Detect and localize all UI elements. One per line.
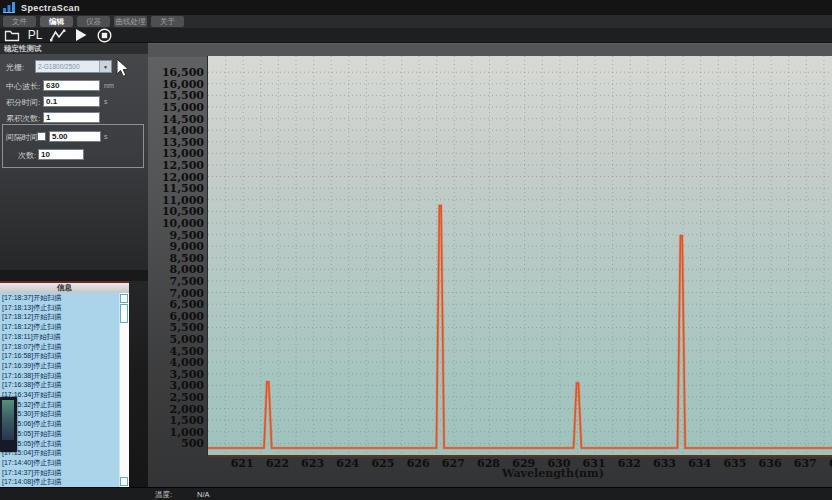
log-entry: [17:15:32]停止扫描 xyxy=(0,400,119,410)
spectrascan-window: SpectraScan 文件编辑仪器曲线处理关于 PL xyxy=(0,0,832,500)
menu-item-2[interactable]: 仪器 xyxy=(77,16,110,27)
interval-checkbox[interactable] xyxy=(37,132,46,141)
start-scan-button[interactable] xyxy=(72,28,90,43)
log-entry: [17:18:11]开始扫描 xyxy=(0,332,119,342)
play-icon xyxy=(74,28,88,42)
scroll-down-button[interactable] xyxy=(120,477,128,486)
overlay-thumbnail xyxy=(0,397,17,452)
menu-item-3[interactable]: 曲线处理 xyxy=(114,16,147,27)
log-entry: [17:15:06]停止扫描 xyxy=(0,419,119,429)
log-entry: [17:15:05]停止扫描 xyxy=(0,439,119,449)
chart-panel: 5001,0001,5002,0002,5003,0003,5004,0004,… xyxy=(148,43,832,487)
log-entry: [17:18:37]开始扫描 xyxy=(0,293,119,303)
x-tick-label: 634 xyxy=(682,457,718,470)
log-entry: [17:16:39]停止扫描 xyxy=(0,361,119,371)
y-tick-label: 500 xyxy=(148,437,204,450)
menu-item-0[interactable]: 文件 xyxy=(3,16,36,27)
menu-item-4[interactable]: 关于 xyxy=(151,16,184,27)
accumulation-count-field[interactable] xyxy=(43,112,100,123)
log-entry: [17:18:12]停止扫描 xyxy=(0,322,119,332)
stop-icon xyxy=(97,28,112,43)
integration-time-label: 积分时间: xyxy=(6,97,40,108)
x-tick-label: 633 xyxy=(646,457,682,470)
y-tick-label: 3,500 xyxy=(148,368,204,381)
menu-item-1[interactable]: 编辑 xyxy=(40,16,73,27)
spectrum-plot[interactable] xyxy=(207,56,832,457)
y-tick-label: 2,500 xyxy=(148,391,204,404)
log-entry: [17:14:40]停止扫描 xyxy=(0,458,119,468)
log-entry: [17:14:08]停止扫描 xyxy=(0,477,119,487)
x-tick-label: 626 xyxy=(400,457,436,470)
y-tick-label: 6,000 xyxy=(148,310,204,323)
y-tick-label: 4,500 xyxy=(148,345,204,358)
panel-title: 稳定性测试 xyxy=(4,44,42,54)
scroll-up-button[interactable] xyxy=(120,294,128,303)
pl-text-icon: PL xyxy=(28,28,43,42)
y-tick-label: 6,500 xyxy=(148,298,204,311)
y-tick-label: 2,000 xyxy=(148,403,204,416)
grating-label: 光栅: xyxy=(6,62,24,73)
open-folder-button[interactable] xyxy=(3,28,21,43)
y-tick-label: 10,500 xyxy=(148,205,204,218)
stop-scan-button[interactable] xyxy=(95,28,113,43)
y-tick-label: 12,500 xyxy=(148,159,204,172)
temperature-label: 温度: xyxy=(155,490,172,500)
curve-button[interactable] xyxy=(49,28,67,43)
log-entry: [17:16:58]开始扫描 xyxy=(0,351,119,361)
grating-value: 2-G1800/2500 xyxy=(36,63,99,70)
x-tick-label: 623 xyxy=(295,457,331,470)
accumulation-count-label: 累积次数: xyxy=(6,113,40,124)
overlay-thumbnail-image xyxy=(2,400,14,440)
y-tick-label: 3,000 xyxy=(148,379,204,392)
times-label: 次数: xyxy=(18,150,36,161)
integration-time-unit: s xyxy=(104,98,108,105)
center-wavelength-label: 中心波长: xyxy=(6,81,40,92)
y-tick-label: 16,000 xyxy=(148,78,204,91)
message-header-label: 信息 xyxy=(57,283,72,293)
toolbar: PL xyxy=(0,28,832,43)
chevron-down-icon[interactable]: ▼ xyxy=(99,61,111,72)
spectrum-svg xyxy=(208,56,832,455)
titlebar: SpectraScan xyxy=(0,0,832,15)
y-tick-label: 7,500 xyxy=(148,275,204,288)
y-tick-label: 5,000 xyxy=(148,333,204,346)
log-entry: [17:18:13]停止扫描 xyxy=(0,303,119,313)
y-tick-label: 5,500 xyxy=(148,321,204,334)
y-tick-label: 13,500 xyxy=(148,136,204,149)
interval-time-field[interactable] xyxy=(49,131,101,142)
x-tick-label: 635 xyxy=(717,457,753,470)
y-tick-label: 9,500 xyxy=(148,229,204,242)
y-tick-label: 11,500 xyxy=(148,182,204,195)
y-tick-label: 14,000 xyxy=(148,124,204,137)
y-tick-label: 15,500 xyxy=(148,89,204,102)
x-tick-label: 621 xyxy=(224,457,260,470)
panel-title-bar: 稳定性测试 xyxy=(0,43,148,54)
interval-time-label: 间隔时间: xyxy=(6,132,40,143)
x-tick-label: 625 xyxy=(365,457,401,470)
x-tick-label: 624 xyxy=(330,457,366,470)
y-tick-label: 1,000 xyxy=(148,426,204,439)
curve-icon xyxy=(50,29,66,42)
integration-time-field[interactable] xyxy=(43,96,100,107)
pl-mode-button[interactable]: PL xyxy=(26,28,44,43)
y-tick-label: 1,500 xyxy=(148,414,204,427)
y-tick-label: 10,000 xyxy=(148,217,204,230)
y-tick-label: 15,000 xyxy=(148,101,204,114)
x-tick-label: 638 xyxy=(822,457,832,470)
log-entry: [17:14:37]开始扫描 xyxy=(0,468,119,478)
log-entry: [17:16:34]开始扫描 xyxy=(0,390,119,400)
y-tick-label: 13,000 xyxy=(148,147,204,160)
log-entry: [17:15:05]开始扫描 xyxy=(0,429,119,439)
log-entry: [17:18:12]开始扫描 xyxy=(0,312,119,322)
grating-dropdown[interactable]: 2-G1800/2500 ▼ xyxy=(35,60,112,73)
y-tick-label: 11,000 xyxy=(148,194,204,207)
center-wavelength-field[interactable] xyxy=(43,80,100,91)
y-tick-label: 9,000 xyxy=(148,240,204,253)
times-field[interactable] xyxy=(38,149,84,160)
message-panel-divider xyxy=(0,270,148,281)
x-tick-label: 637 xyxy=(787,457,823,470)
message-panel-header: 信息 xyxy=(0,283,129,293)
scrollbar-thumb[interactable] xyxy=(120,304,128,323)
log-entry: [17:16:38]开始扫描 xyxy=(0,371,119,381)
log-entry: [17:15:30]开始扫描 xyxy=(0,409,119,419)
